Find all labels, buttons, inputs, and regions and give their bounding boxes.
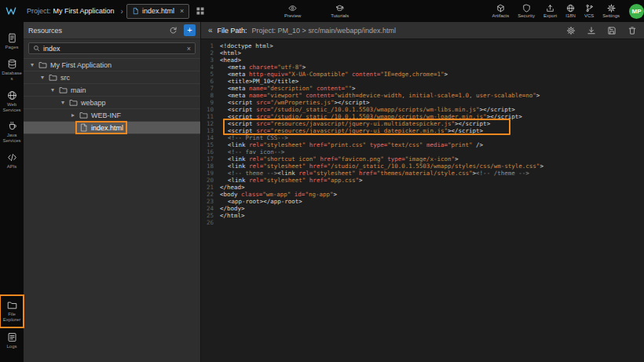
code-line[interactable]: 19<!-- theme --><link rel="stylesheet" h… (201, 170, 644, 177)
i18n-icon (566, 4, 575, 13)
artifacts-icon (496, 4, 505, 13)
code-area[interactable]: 1<!doctype html>2<html>3<head>4<meta cha… (201, 39, 644, 362)
close-icon[interactable]: × (180, 7, 184, 15)
folder-icon (49, 73, 57, 82)
topbar-menu-label: I18N (565, 13, 576, 18)
sidebar-item-logs[interactable]: Logs (1, 328, 23, 353)
tree-item-inner: My First Application (36, 60, 114, 70)
code-line[interactable]: 7<meta name="description" content=""> (201, 85, 644, 92)
refresh-icon[interactable] (169, 26, 177, 35)
line-number: 16 (201, 148, 220, 155)
sidebar-item-pages[interactable]: Pages (1, 29, 23, 54)
code-line[interactable]: 11<script src="/studio/_static_/10.0.1.5… (201, 113, 644, 120)
tutorials-button[interactable]: Tutorials (331, 4, 349, 18)
topbar-menu-security[interactable]: Security (518, 4, 535, 18)
settings-gear-icon[interactable] (566, 26, 576, 35)
code-line[interactable]: 16<!-- fav icon--> (201, 148, 644, 155)
line-number: 9 (201, 99, 220, 106)
topbar-menu-artifacts[interactable]: Artifacts (492, 4, 510, 18)
sidebar-item-java-services[interactable]: Java Services (1, 117, 23, 148)
resources-panel: Resources + index × ▾My First Applicatio… (24, 22, 201, 362)
preview-button[interactable]: Preview (284, 4, 301, 18)
caret-down-icon[interactable]: ▾ (28, 61, 36, 68)
sidebar-item-label: Pages (1, 45, 23, 50)
clear-search-icon[interactable]: × (187, 45, 191, 53)
pages-icon (7, 33, 17, 43)
tree-item-web-inf[interactable]: ▸WEB-INF (24, 109, 200, 122)
line-number: 11 (201, 113, 220, 120)
code-line[interactable]: 4<meta charset="utf-8"> (201, 64, 644, 71)
tree-item-index-html[interactable]: index.html (24, 122, 200, 134)
code-line[interactable]: 20<link rel="stylesheet" href="app.css"> (201, 177, 644, 184)
caret-down-icon[interactable]: ▾ (38, 74, 46, 81)
grid-icon[interactable] (196, 6, 205, 16)
sidebar-item-apis[interactable]: APIs (1, 148, 23, 174)
code-text: </head> (220, 184, 245, 191)
resources-header: Resources + (24, 22, 200, 39)
code-line[interactable]: 5<meta http-equiv="X-UA-Compatible" cont… (201, 71, 644, 78)
code-line[interactable]: 1<!doctype html> (201, 42, 644, 49)
sidebar-item-file-explorer[interactable]: File Explorer (1, 296, 23, 327)
export-icon (546, 4, 554, 13)
code-line[interactable]: 21</head> (201, 184, 644, 191)
tree-item-webapp[interactable]: ▾webapp (24, 97, 200, 109)
save-icon[interactable] (607, 26, 617, 35)
code-text: <script src="/studio/_static_/10.0.1.550… (220, 113, 522, 120)
line-number: 19 (201, 170, 220, 177)
topbar-menu-vcs[interactable]: VCS (584, 4, 594, 18)
code-line[interactable]: 3<head> (201, 57, 644, 64)
topbar-menu-settings[interactable]: Settings (602, 4, 620, 18)
code-text: <!doctype html> (220, 42, 273, 49)
tree-item-label: main (71, 86, 86, 94)
code-line[interactable]: 13<script src="resources/javascript/jque… (201, 127, 644, 134)
wavemaker-logo-icon[interactable] (0, 0, 22, 22)
code-line[interactable]: 12<script src="resources/javascript/jque… (201, 120, 644, 127)
file-explorer-icon (7, 300, 17, 310)
download-icon[interactable] (587, 26, 596, 35)
topbar-menu-label: Settings (602, 13, 620, 18)
code-text: <script src="resources/javascript/jquery… (220, 120, 490, 127)
folder-icon (69, 98, 78, 107)
resources-search: index × (24, 39, 200, 59)
topbar-center-actions: Preview Tutorials (284, 0, 349, 22)
tree-item-main[interactable]: ▾main (24, 84, 200, 97)
code-line[interactable]: 22<body class="wm-app" id="ng-app"> (201, 191, 644, 198)
code-text: <script src="/wmProperties.js"></script> (220, 99, 370, 106)
code-line[interactable]: 17<link rel="shortcut icon" href="favico… (201, 155, 644, 163)
code-line[interactable]: 14<!-- Print CSS--> (201, 134, 644, 141)
code-line[interactable]: 23<app-root></app-root> (201, 198, 644, 205)
code-line[interactable]: 25</html> (201, 212, 644, 219)
code-line[interactable]: 9<script src="/wmProperties.js"></script… (201, 99, 644, 106)
code-text: </body> (220, 205, 245, 212)
sidebar-item-databases[interactable]: Databases (1, 55, 23, 86)
sidebar-top-group: PagesDatabasesWeb ServicesJava ServicesA… (0, 28, 24, 174)
collapse-panel-icon[interactable]: « (208, 26, 213, 35)
caret-down-icon[interactable]: ▾ (59, 99, 67, 106)
code-line[interactable]: 15<link rel="stylesheet" href="print.css… (201, 141, 644, 148)
code-line[interactable]: 2<html> (201, 49, 644, 57)
caret-down-icon[interactable]: ▾ (49, 86, 57, 93)
code-line[interactable]: 6<title>PM_10</title> (201, 78, 644, 85)
add-resource-button[interactable]: + (184, 24, 196, 36)
user-avatar[interactable]: MP (629, 4, 644, 19)
line-number: 24 (201, 205, 220, 212)
code-line[interactable]: 10<script src="/studio/_static_/10.0.1.5… (201, 106, 644, 113)
code-line[interactable]: 8<meta name="viewport" content="width=de… (201, 92, 644, 99)
tree-item-my-first-application[interactable]: ▾My First Application (24, 59, 200, 71)
code-line[interactable]: 24</body> (201, 205, 644, 212)
topbar-menu-i18n[interactable]: I18N (565, 4, 576, 18)
code-text: <link rel="shortcut icon" href="favicon.… (220, 155, 459, 163)
file-tree: ▾My First Application▾src▾main▾webapp▸WE… (24, 59, 200, 134)
tree-item-src[interactable]: ▾src (24, 71, 200, 84)
line-number: 14 (201, 134, 220, 141)
code-line[interactable]: 26 (201, 219, 644, 226)
delete-trash-icon[interactable] (628, 26, 637, 35)
folder-icon (79, 111, 88, 119)
code-line[interactable]: 18<link rel="stylesheet" href="/studio/_… (201, 163, 644, 170)
search-input[interactable]: index × (28, 42, 196, 54)
caret-right-icon[interactable]: ▸ (69, 112, 77, 119)
sidebar-item-web-services[interactable]: Web Services (1, 86, 23, 117)
project-name[interactable]: My First Application (53, 7, 115, 15)
tab-index-html[interactable]: index.html × (126, 4, 189, 19)
topbar-menu-export[interactable]: Export (543, 4, 557, 18)
